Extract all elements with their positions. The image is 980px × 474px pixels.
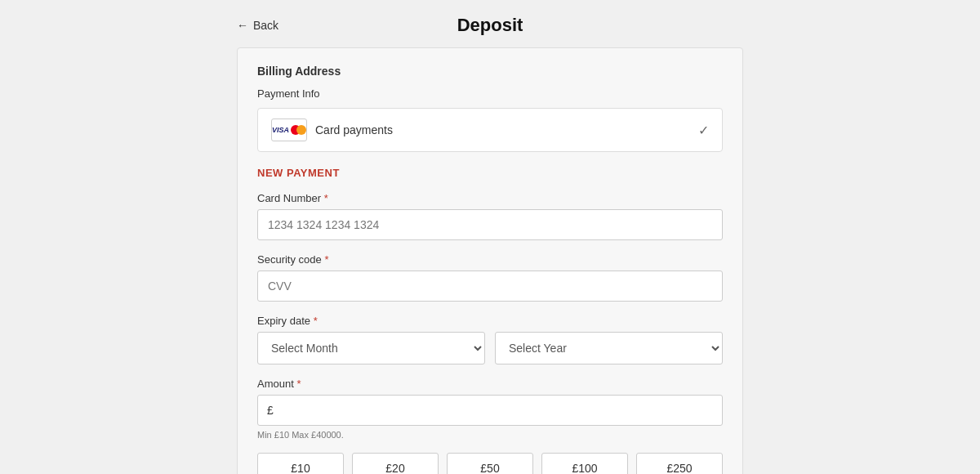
back-button[interactable]: ← Back xyxy=(237,19,278,32)
amount-btn-10[interactable]: £10 xyxy=(257,453,344,474)
amount-input[interactable] xyxy=(257,395,723,426)
expiry-year-select[interactable]: Select Year 2024202520262027202820292030… xyxy=(495,332,723,364)
expiry-date-label: Expiry date * xyxy=(257,315,723,327)
security-code-required: * xyxy=(324,253,328,266)
page-header: ← Back Deposit xyxy=(237,0,743,47)
payment-info-label: Payment Info xyxy=(257,87,723,100)
main-card: Billing Address Payment Info VISA Card p… xyxy=(237,47,743,474)
amount-btn-20[interactable]: £20 xyxy=(352,453,439,474)
page-title: Deposit xyxy=(457,15,523,36)
security-code-input[interactable] xyxy=(257,271,723,302)
amount-label: Amount * xyxy=(257,378,723,390)
expiry-row: Select Month JanuaryFebruaryMarchAprilMa… xyxy=(257,332,723,364)
back-label: Back xyxy=(253,19,278,32)
card-number-group: Card Number * xyxy=(257,192,723,240)
amount-required: * xyxy=(296,378,301,390)
new-payment-title: NEW PAYMENT xyxy=(257,167,723,179)
amount-btn-250[interactable]: £250 xyxy=(636,453,723,474)
expiry-month-select[interactable]: Select Month JanuaryFebruaryMarchAprilMa… xyxy=(257,332,485,364)
amount-btn-100[interactable]: £100 xyxy=(541,453,628,474)
mc-orange-circle xyxy=(296,125,306,135)
card-payments-text: Card payments xyxy=(315,123,393,136)
currency-symbol: £ xyxy=(267,404,274,417)
amount-input-wrapper: £ xyxy=(257,395,723,426)
visa-mc-icon: VISA xyxy=(271,118,307,141)
back-arrow-icon: ← xyxy=(237,19,248,32)
card-number-label: Card Number * xyxy=(257,192,723,204)
page-container: ← Back Deposit Billing Address Payment I… xyxy=(0,0,980,474)
amount-group: Amount * £ Min £10 Max £40000. xyxy=(257,378,723,440)
selected-checkmark: ✓ xyxy=(698,123,709,138)
visa-text: VISA xyxy=(272,126,289,134)
min-max-text: Min £10 Max £40000. xyxy=(257,430,723,440)
expiry-date-group: Expiry date * Select Month JanuaryFebrua… xyxy=(257,315,723,364)
mastercard-circles xyxy=(291,125,306,135)
security-code-label: Security code * xyxy=(257,253,723,266)
card-number-required: * xyxy=(324,192,328,204)
card-number-input[interactable] xyxy=(257,209,723,240)
quick-amount-buttons: £10 £20 £50 £100 £250 xyxy=(257,453,723,474)
payment-option-left: VISA Card payments xyxy=(271,118,393,141)
expiry-date-required: * xyxy=(314,315,318,327)
security-code-group: Security code * xyxy=(257,253,723,302)
amount-btn-50[interactable]: £50 xyxy=(447,453,533,474)
payment-option[interactable]: VISA Card payments ✓ xyxy=(257,108,723,152)
billing-address-title: Billing Address xyxy=(257,65,723,78)
